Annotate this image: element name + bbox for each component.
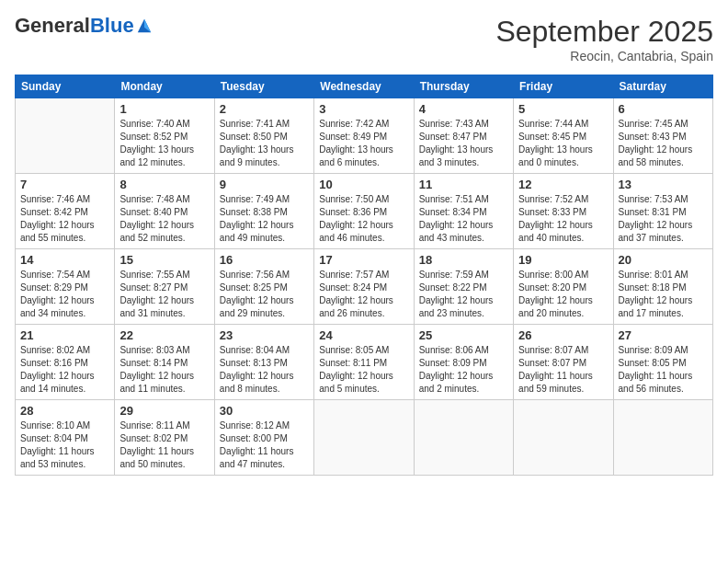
day-info: Sunrise: 7:59 AM Sunset: 8:22 PM Dayligh… (419, 269, 508, 320)
title-block: September 2025 Reocin, Cantabria, Spain (495, 15, 713, 63)
calendar-cell: 25Sunrise: 8:06 AM Sunset: 8:09 PM Dayli… (414, 325, 513, 400)
day-number: 1 (119, 102, 209, 116)
day-number: 3 (319, 102, 408, 116)
day-info: Sunrise: 7:44 AM Sunset: 8:45 PM Dayligh… (518, 118, 608, 169)
calendar-week-1: 7Sunrise: 7:46 AM Sunset: 8:42 PM Daylig… (16, 174, 713, 249)
header-friday: Friday (514, 75, 613, 98)
calendar-cell: 4Sunrise: 7:43 AM Sunset: 8:47 PM Daylig… (414, 98, 513, 174)
day-info: Sunrise: 7:49 AM Sunset: 8:38 PM Dayligh… (220, 193, 309, 245)
day-info: Sunrise: 8:02 AM Sunset: 8:16 PM Dayligh… (20, 344, 109, 396)
calendar-cell: 18Sunrise: 7:59 AM Sunset: 8:22 PM Dayli… (414, 249, 513, 325)
day-info: Sunrise: 7:56 AM Sunset: 8:25 PM Dayligh… (220, 269, 309, 320)
day-number: 24 (319, 328, 408, 342)
day-number: 11 (419, 178, 508, 191)
day-info: Sunrise: 7:50 AM Sunset: 8:36 PM Dayligh… (319, 193, 408, 245)
calendar-cell: 1Sunrise: 7:40 AM Sunset: 8:52 PM Daylig… (115, 98, 214, 174)
day-info: Sunrise: 8:04 AM Sunset: 8:13 PM Dayligh… (220, 344, 309, 396)
calendar-cell: 5Sunrise: 7:44 AM Sunset: 8:45 PM Daylig… (514, 98, 613, 174)
calendar-cell: 20Sunrise: 8:01 AM Sunset: 8:18 PM Dayli… (613, 249, 712, 325)
page-header: GeneralBlue September 2025 Reocin, Canta… (15, 15, 713, 63)
page-container: GeneralBlue September 2025 Reocin, Canta… (0, 0, 728, 485)
location: Reocin, Cantabria, Spain (495, 49, 713, 63)
calendar-cell: 13Sunrise: 7:53 AM Sunset: 8:31 PM Dayli… (613, 174, 712, 249)
day-number: 4 (419, 102, 508, 116)
day-number: 12 (518, 178, 608, 191)
day-number: 22 (119, 328, 209, 342)
calendar-cell: 7Sunrise: 7:46 AM Sunset: 8:42 PM Daylig… (16, 174, 115, 249)
calendar-week-2: 14Sunrise: 7:54 AM Sunset: 8:29 PM Dayli… (16, 249, 713, 325)
day-info: Sunrise: 8:10 AM Sunset: 8:04 PM Dayligh… (20, 419, 109, 471)
calendar-cell: 23Sunrise: 8:04 AM Sunset: 8:13 PM Dayli… (214, 325, 313, 400)
day-info: Sunrise: 8:09 AM Sunset: 8:05 PM Dayligh… (619, 344, 708, 396)
month-title: September 2025 (495, 15, 713, 49)
day-number: 21 (20, 328, 109, 342)
day-number: 29 (119, 404, 209, 418)
calendar-cell: 15Sunrise: 7:55 AM Sunset: 8:27 PM Dayli… (115, 249, 214, 325)
day-number: 27 (619, 328, 708, 342)
day-info: Sunrise: 8:06 AM Sunset: 8:09 PM Dayligh… (419, 344, 508, 396)
day-number: 25 (419, 328, 508, 342)
day-number: 28 (20, 404, 109, 418)
day-number: 19 (518, 253, 608, 267)
day-info: Sunrise: 7:54 AM Sunset: 8:29 PM Dayligh… (20, 269, 109, 320)
day-number: 13 (619, 178, 708, 191)
day-number: 26 (518, 328, 608, 342)
day-info: Sunrise: 7:53 AM Sunset: 8:31 PM Dayligh… (619, 193, 708, 245)
logo-blue: Blue (90, 14, 134, 37)
day-info: Sunrise: 7:55 AM Sunset: 8:27 PM Dayligh… (119, 269, 209, 320)
calendar-cell: 22Sunrise: 8:03 AM Sunset: 8:14 PM Dayli… (115, 325, 214, 400)
day-number: 10 (319, 178, 408, 191)
day-info: Sunrise: 8:00 AM Sunset: 8:20 PM Dayligh… (518, 269, 608, 320)
calendar-cell (314, 400, 414, 476)
day-number: 18 (419, 253, 508, 267)
calendar-cell: 14Sunrise: 7:54 AM Sunset: 8:29 PM Dayli… (16, 249, 115, 325)
calendar-cell: 8Sunrise: 7:48 AM Sunset: 8:40 PM Daylig… (115, 174, 214, 249)
calendar-cell: 26Sunrise: 8:07 AM Sunset: 8:07 PM Dayli… (514, 325, 613, 400)
calendar-cell: 27Sunrise: 8:09 AM Sunset: 8:05 PM Dayli… (613, 325, 712, 400)
header-sunday: Sunday (16, 75, 115, 98)
calendar-week-0: 1Sunrise: 7:40 AM Sunset: 8:52 PM Daylig… (16, 98, 713, 174)
calendar-cell: 3Sunrise: 7:42 AM Sunset: 8:49 PM Daylig… (314, 98, 414, 174)
calendar-cell (613, 400, 712, 476)
day-number: 16 (220, 253, 309, 267)
calendar-cell: 12Sunrise: 7:52 AM Sunset: 8:33 PM Dayli… (514, 174, 613, 249)
calendar-cell: 21Sunrise: 8:02 AM Sunset: 8:16 PM Dayli… (16, 325, 115, 400)
day-info: Sunrise: 7:51 AM Sunset: 8:34 PM Dayligh… (419, 193, 508, 245)
calendar-cell (16, 98, 115, 174)
calendar-cell: 17Sunrise: 7:57 AM Sunset: 8:24 PM Dayli… (314, 249, 414, 325)
calendar-cell: 16Sunrise: 7:56 AM Sunset: 8:25 PM Dayli… (214, 249, 313, 325)
calendar-table: Sunday Monday Tuesday Wednesday Thursday… (15, 75, 713, 476)
calendar-week-4: 28Sunrise: 8:10 AM Sunset: 8:04 PM Dayli… (16, 400, 713, 476)
calendar-cell: 10Sunrise: 7:50 AM Sunset: 8:36 PM Dayli… (314, 174, 414, 249)
logo-icon (136, 17, 153, 34)
calendar-week-3: 21Sunrise: 8:02 AM Sunset: 8:16 PM Dayli… (16, 325, 713, 400)
day-info: Sunrise: 8:03 AM Sunset: 8:14 PM Dayligh… (119, 344, 209, 396)
day-number: 14 (20, 253, 109, 267)
day-info: Sunrise: 7:40 AM Sunset: 8:52 PM Dayligh… (119, 118, 209, 169)
logo: GeneralBlue (15, 15, 153, 37)
day-info: Sunrise: 7:45 AM Sunset: 8:43 PM Dayligh… (619, 118, 708, 169)
weekday-header-row: Sunday Monday Tuesday Wednesday Thursday… (16, 75, 713, 98)
calendar-cell: 9Sunrise: 7:49 AM Sunset: 8:38 PM Daylig… (214, 174, 313, 249)
day-info: Sunrise: 7:46 AM Sunset: 8:42 PM Dayligh… (20, 193, 109, 245)
day-number: 15 (119, 253, 209, 267)
calendar-cell: 28Sunrise: 8:10 AM Sunset: 8:04 PM Dayli… (16, 400, 115, 476)
day-number: 30 (220, 404, 309, 418)
calendar-cell: 11Sunrise: 7:51 AM Sunset: 8:34 PM Dayli… (414, 174, 513, 249)
day-info: Sunrise: 8:01 AM Sunset: 8:18 PM Dayligh… (619, 269, 708, 320)
day-number: 7 (20, 178, 109, 191)
calendar-cell: 19Sunrise: 8:00 AM Sunset: 8:20 PM Dayli… (514, 249, 613, 325)
header-thursday: Thursday (414, 75, 513, 98)
calendar-cell: 24Sunrise: 8:05 AM Sunset: 8:11 PM Dayli… (314, 325, 414, 400)
calendar-cell: 29Sunrise: 8:11 AM Sunset: 8:02 PM Dayli… (115, 400, 214, 476)
day-info: Sunrise: 7:57 AM Sunset: 8:24 PM Dayligh… (319, 269, 408, 320)
day-info: Sunrise: 7:52 AM Sunset: 8:33 PM Dayligh… (518, 193, 608, 245)
day-info: Sunrise: 7:43 AM Sunset: 8:47 PM Dayligh… (419, 118, 508, 169)
day-info: Sunrise: 7:41 AM Sunset: 8:50 PM Dayligh… (220, 118, 309, 169)
day-number: 20 (619, 253, 708, 267)
day-info: Sunrise: 8:07 AM Sunset: 8:07 PM Dayligh… (518, 344, 608, 396)
header-saturday: Saturday (613, 75, 712, 98)
header-tuesday: Tuesday (214, 75, 313, 98)
calendar-cell: 6Sunrise: 7:45 AM Sunset: 8:43 PM Daylig… (613, 98, 712, 174)
day-number: 8 (119, 178, 209, 191)
